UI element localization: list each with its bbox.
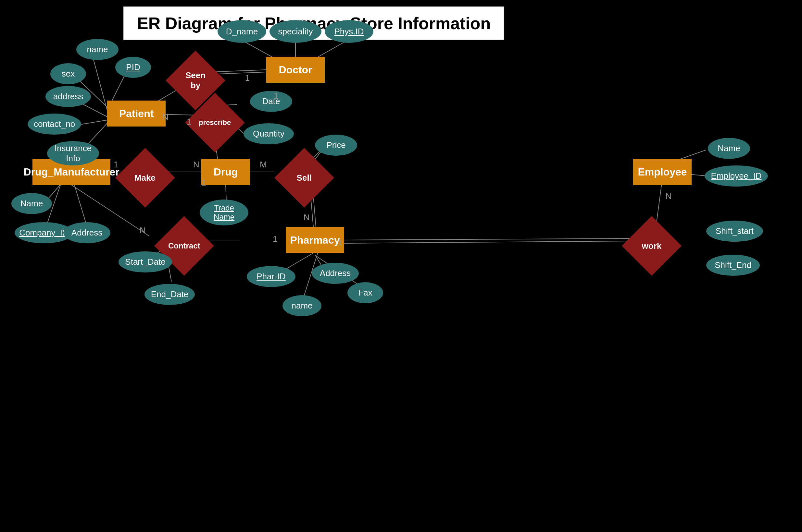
card-sell-pharmacy-n: N [304, 212, 310, 223]
card-contract-n: N [140, 225, 146, 235]
attr-address-pharmacy: Address [312, 263, 359, 284]
entity-drug: Drug [201, 159, 250, 185]
card-work-1: 1 [338, 238, 342, 248]
svg-line-30 [344, 241, 633, 243]
attr-date: Date [250, 91, 292, 112]
attr-address-mfr: Address [63, 222, 110, 243]
attr-speciality: speciality [270, 20, 322, 43]
attr-name-mfr: Name [11, 193, 52, 214]
attr-pid: PID [115, 57, 151, 78]
svg-line-31 [226, 185, 226, 201]
attr-phar-id: Phar-ID [247, 266, 295, 287]
attr-address-patient: address [45, 86, 91, 107]
attr-d-name: D_name [218, 20, 266, 43]
relationship-make: Make [115, 148, 175, 208]
card-prescribe-n: N [162, 112, 168, 122]
attr-name-pharmacy: name [282, 295, 322, 316]
er-diagram: ER Diagram for Pharmacy Store Informatio… [0, 0, 802, 532]
attr-employee-id: Employee_ID [705, 166, 768, 187]
card-prescribe-1: 1 [187, 117, 191, 127]
entity-employee: Employee [633, 159, 692, 185]
entity-doctor: Doctor [266, 57, 325, 83]
card-make-1: 1 [114, 159, 118, 170]
card-make-n: N [193, 159, 199, 170]
card-contract-1: 1 [273, 234, 277, 244]
attr-fax: Fax [347, 282, 383, 303]
relationship-work: work [622, 216, 681, 276]
card-seen-doctor-1: 1 [245, 73, 250, 83]
attr-price: Price [315, 135, 357, 156]
svg-line-29 [344, 239, 633, 240]
attr-name-employee: Name [708, 138, 750, 159]
attr-trade-name: Trade Name [200, 200, 249, 225]
attr-quantity: Quantity [243, 123, 294, 144]
attr-shift-start: Shift_start [706, 221, 763, 242]
attr-insurance-info: Insurance Info [47, 141, 99, 166]
svg-line-12 [93, 56, 107, 110]
svg-line-28 [656, 178, 662, 227]
card-sell-m: M [260, 159, 267, 170]
attr-phys-id: Phys.ID [325, 20, 373, 43]
card-work-n: N [666, 191, 672, 202]
attr-start-date: Start_Date [119, 251, 172, 272]
attr-end-date: End_Date [145, 284, 195, 305]
card-prescribe-drug-1: 1 [201, 178, 206, 188]
card-seen-doctor-1b: 1 [274, 91, 278, 101]
attr-shift-end: Shift_End [706, 255, 760, 276]
attr-name-patient: name [76, 39, 119, 60]
attr-sex: sex [50, 63, 86, 84]
attr-contact-no: contact_no [28, 114, 81, 135]
entity-patient: Patient [107, 100, 166, 127]
entity-pharmacy: Pharmacy [286, 227, 344, 253]
relationship-sell: Sell [274, 148, 334, 208]
